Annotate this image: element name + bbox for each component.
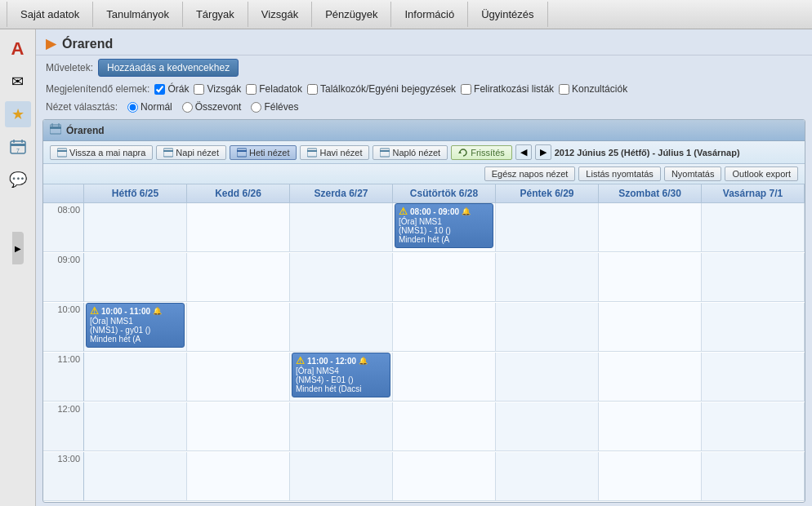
print-list-button[interactable]: Listás nyomtatás (578, 166, 661, 181)
filter-konzultaciok[interactable]: Konzultációk (559, 83, 627, 95)
operations-label: Műveletek: (46, 62, 93, 73)
week-view-button[interactable]: Heti nézet (230, 145, 297, 160)
cal-cell-4-0 (84, 402, 187, 451)
view-label: Nézet választás: (46, 101, 118, 113)
calendar-grid: Hétfő 6/25 Kedd 6/26 Szerda 6/27 Csütört… (43, 184, 805, 502)
sidebar-star-icon[interactable]: ★ (5, 101, 31, 127)
filter-orak[interactable]: Órák (154, 83, 189, 95)
alarm-icon: 🔔 (359, 357, 368, 365)
cal-cell-1-4 (496, 253, 599, 302)
cal-cell-0-4 (496, 203, 599, 252)
view-feleves-label: Féléves (264, 101, 298, 113)
nav-item-penzugyek[interactable]: Pénzügyek (312, 2, 391, 27)
nav-item-tanulmanyok[interactable]: Tanulmányok (93, 2, 183, 27)
event-recurrence: Minden hét (Dacsi (296, 384, 386, 393)
view-feleves[interactable]: Féléves (251, 101, 298, 113)
alarm-icon: 🔔 (462, 207, 471, 215)
warning-icon: ⚠ (399, 206, 408, 217)
nav-item-informacio[interactable]: Információ (391, 2, 468, 27)
calendar-event-event3[interactable]: ⚠ 11:00 - 12:00 🔔 [Óra] NMS4 (NMS4) - E0… (292, 353, 390, 397)
cal-cell-1-5 (599, 253, 702, 302)
view-normal-radio[interactable] (127, 102, 138, 113)
time-label-2: 10:00 (43, 303, 84, 352)
cal-cell-1-2 (290, 253, 393, 302)
event-title: [Óra] NMS1 (399, 217, 489, 226)
event-subtitle: (NMS4) - E01 () (296, 375, 386, 384)
filter-vizsgak-label: Vizsgák (207, 83, 241, 95)
view-osszevont[interactable]: Összevont (182, 101, 242, 113)
view-osszevont-radio[interactable] (182, 102, 193, 113)
day-view-icon (163, 148, 173, 158)
time-label-5: 13:00 (43, 452, 84, 501)
print-button[interactable]: Nyomtatás (664, 166, 722, 181)
sidebar-user-icon[interactable]: A (5, 36, 31, 62)
event-header: ⚠ 10:00 - 11:00 🔔 (90, 305, 181, 317)
cal-cell-2-0: ⚠ 10:00 - 11:00 🔔 [Óra] NMS1 (NMS1) - gy… (84, 303, 187, 352)
event-header: ⚠ 08:00 - 09:00 🔔 (399, 206, 489, 217)
outlook-export-button[interactable]: Outlook export (725, 166, 798, 181)
refresh-button[interactable]: Frissítés (451, 145, 512, 160)
cal-cell-3-5 (599, 353, 702, 402)
time-label-3: 11:00 (43, 353, 84, 402)
filter-vizsgak-checkbox[interactable] (194, 84, 204, 95)
filter-vizsgak[interactable]: Vizsgák (194, 83, 241, 95)
nav-item-sajat[interactable]: Saját adatok (7, 2, 93, 27)
sidebar-chat-icon[interactable]: 💬 (5, 166, 31, 193)
cal-cell-0-0 (84, 203, 187, 252)
calendar-event-event1[interactable]: ⚠ 08:00 - 09:00 🔔 [Óra] NMS1 (NMS1) - 10… (395, 203, 493, 248)
day-header-sat: Szombat 6/30 (599, 184, 702, 202)
day-header-sun: Vasárnap 7/1 (702, 184, 805, 202)
warning-icon: ⚠ (90, 305, 99, 317)
day-view-button[interactable]: Napi nézet (156, 145, 226, 160)
cal-cell-5-5 (599, 452, 702, 501)
filter-feladatok[interactable]: Feladatok (246, 83, 302, 95)
refresh-label: Frissítés (471, 148, 505, 158)
view-feleves-radio[interactable] (251, 102, 261, 113)
month-view-button[interactable]: Havi nézet (300, 145, 369, 160)
filter-feliratkozasi-label: Feliratkozási listák (474, 83, 554, 95)
cal-cell-1-6 (702, 253, 805, 302)
nav-item-ugyintezas[interactable]: Ügyintézés (468, 2, 547, 27)
month-view-icon (307, 148, 317, 158)
filter-feladatok-checkbox[interactable] (246, 84, 257, 95)
cal-cell-3-0 (84, 353, 187, 402)
filter-talalkozok-checkbox[interactable] (307, 84, 318, 95)
svg-rect-15 (307, 149, 317, 157)
sidebar-calendar-icon[interactable]: 7 (5, 134, 31, 160)
log-view-icon (380, 148, 390, 158)
cal-cell-5-3 (393, 452, 496, 501)
full-day-button[interactable]: Egész napos nézet (484, 166, 576, 181)
sidebar-collapse-arrow[interactable]: ▶ (12, 232, 24, 264)
date-range: 2012 Június 25 (Hétfő) - Július 1 (Vasár… (555, 148, 740, 158)
event-title: [Óra] NMS1 (90, 317, 181, 326)
cal-cell-2-2 (290, 303, 393, 352)
nav-item-vizsgak[interactable]: Vizsgák (248, 2, 312, 27)
week-view-icon (237, 148, 247, 158)
cal-cell-1-3 (393, 253, 496, 302)
cal-cell-5-6 (702, 452, 805, 501)
sidebar-email-icon[interactable]: ✉ (5, 69, 31, 95)
filter-talalkozok[interactable]: Találkozók/Egyéni bejegyzések (307, 83, 456, 95)
calendar-event-event2[interactable]: ⚠ 10:00 - 11:00 🔔 [Óra] NMS1 (NMS1) - gy… (86, 303, 185, 348)
today-button[interactable]: Vissza a mai napra (50, 145, 153, 160)
cal-cell-2-1 (187, 303, 290, 352)
cal-cell-4-5 (599, 402, 702, 451)
filter-feliratkozasi[interactable]: Feliratkozási listák (461, 83, 554, 95)
add-to-favorites-button[interactable]: Hozzáadás a kedvencekhez (98, 59, 239, 77)
prev-week-button[interactable]: ◀ (515, 144, 532, 160)
cal-cell-2-3 (393, 303, 496, 352)
cal-cell-1-0 (84, 253, 187, 302)
svg-rect-6 (50, 126, 61, 129)
svg-rect-17 (380, 149, 390, 157)
log-view-button[interactable]: Napló nézet (373, 145, 448, 160)
filter-feliratkozasi-checkbox[interactable] (461, 84, 471, 95)
nav-item-targyak[interactable]: Tárgyak (183, 2, 248, 27)
cal-cell-5-1 (187, 452, 290, 501)
next-week-button[interactable]: ▶ (535, 144, 551, 160)
view-normal[interactable]: Normál (127, 101, 172, 113)
cal-cell-2-4 (496, 303, 599, 352)
filter-orak-checkbox[interactable] (154, 84, 165, 95)
day-header-tue: Kedd 6/26 (187, 184, 290, 202)
svg-rect-14 (237, 150, 247, 152)
filter-konzultaciok-checkbox[interactable] (559, 84, 569, 95)
